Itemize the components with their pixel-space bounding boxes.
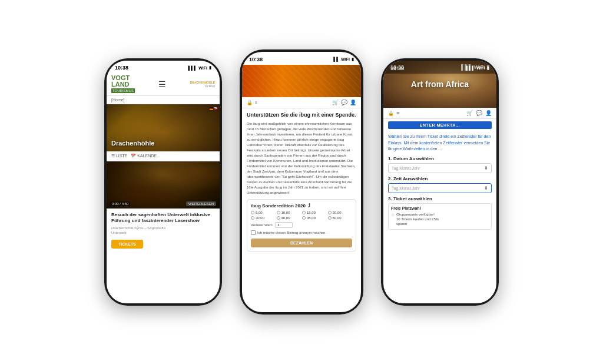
ibug-donation-title: ibug Sonderedition 2020 ⤴ (251, 203, 352, 209)
weiterlesen-btn[interactable]: WEITERLESEN (186, 201, 216, 206)
status-time-1: 10:38 (115, 65, 128, 71)
cart-icon-2[interactable]: 🛒 (332, 100, 339, 105)
ibug-hero-image (242, 65, 361, 97)
ibug-amounts-row2: 30,00 40,00 45,00 50,00 (251, 216, 352, 220)
status-icons-3: ▌▌▌ WiFi ▮ (466, 66, 489, 71)
breadcrumb-1: [Home] (107, 96, 220, 104)
amount-40[interactable]: 40,00 (277, 216, 302, 220)
ibug-nav-icons: 🛒 💬 👤 (332, 100, 356, 105)
user-icon-2[interactable]: 👤 (350, 100, 356, 105)
wifi-icon-2: WiFi (341, 57, 350, 61)
anonym-label: Ich möchte diesen Beitrag anonym machen. (257, 231, 326, 234)
status-bar-3: 10:38 ▌▌▌ WiFi ▮ (383, 61, 496, 74)
amount-10[interactable]: 10,00 (277, 211, 302, 214)
vogtland-header: VOGT LAND TOURISMUS ☰ DRACHENHÖHLE SYRAU (107, 72, 220, 96)
cave-image: 0:00 / 4:50 WEITERLESEN (107, 161, 220, 209)
phone-ibug: 10:38 ▌▌ WiFi ▮ 🔒 ≡ 🛒 💬 👤 (240, 49, 363, 315)
radio-10[interactable] (277, 211, 280, 214)
africa-nav-icons: 🛒 💬 👤 (466, 110, 492, 116)
ibug-anonym-row: Ich möchte diesen Beitrag anonym machen. (251, 230, 352, 235)
share-icon[interactable]: ⤴ (308, 203, 310, 209)
card-sub: Drachenhöhle Syrau – Sagenhafte Unterwel… (111, 226, 215, 236)
section2-title: 2. Zeit Auswählen (388, 176, 492, 181)
vogtland-logo-sub: TOURISMUS (111, 88, 135, 93)
africa-ticket-box: Freie Platzwahl ☆ Gruppenpreis verfügbar… (388, 203, 492, 230)
lock-icon-3: 🔒 (388, 111, 394, 116)
user-icon-3[interactable]: 👤 (485, 110, 492, 116)
vogtland-hero-img: Drachenhöhle 🇩🇪 🇨🇿 (107, 104, 220, 151)
amount-30[interactable]: 30,00 (251, 216, 276, 220)
status-bar-1: 10:38 ▌▌▌ WiFi ▮ (107, 61, 220, 72)
ibug-amounts-row1: 5,00 10,00 15,00 20,00 (251, 211, 352, 214)
ibug-top-bar: 🔒 ≡ 🛒 💬 👤 (242, 97, 361, 108)
date-select[interactable]: Tag.Monat.Jahr ⬍ (388, 163, 492, 173)
message-icon-3[interactable]: 💬 (476, 110, 482, 116)
card-title: Besuch der sagenhaften Unterwelt inklusi… (111, 212, 215, 224)
battery-icon-2: ▮ (352, 57, 354, 62)
amount-50[interactable]: 50,00 (328, 216, 353, 220)
bezahlen-button[interactable]: BEZAHLEN (251, 239, 352, 247)
radio-50[interactable] (328, 216, 332, 220)
signal-icon-3: ▌▌▌ (466, 66, 475, 70)
amount-20[interactable]: 20,00 (328, 211, 353, 214)
battery-icon-1: ▮ (209, 65, 211, 70)
ticket-box-title: Freie Platzwahl (391, 206, 489, 210)
phone-vogtland: 10:38 ▌▌▌ WiFi ▮ VOGT LAND TOURISMUS ☰ D… (104, 58, 222, 306)
ibug-url: ≡ (255, 101, 330, 104)
cart-icon-3[interactable]: 🛒 (466, 110, 473, 116)
ibug-pattern (242, 65, 361, 97)
status-bar-2: 10:38 ▌▌ WiFi ▮ (242, 52, 361, 65)
time-select[interactable]: Tag.Monat.Jahr ⬍ (388, 183, 492, 193)
status-time-2: 10:38 (249, 57, 263, 62)
ticket-group-row: ☆ Gruppenpreis verfügbar!10 Tickets kauf… (391, 212, 489, 227)
time-arrow-icon: ⬍ (484, 186, 488, 191)
message-icon-2[interactable]: 💬 (341, 100, 347, 105)
africa-nav-bar: 🔒 ≡ 🛒 💬 👤 (383, 108, 496, 119)
list-icon[interactable]: ☰ LISTE (111, 154, 127, 158)
radio-30[interactable] (251, 216, 254, 220)
enter-button[interactable]: ENTER MEHRTA... (388, 121, 492, 129)
vogtland-hero: Drachenhöhle 🇩🇪 🇨🇿 (107, 104, 220, 151)
vogtland-card: Besuch der sagenhaften Unterwelt inklusi… (107, 209, 220, 252)
wifi-icon-1: WiFi (198, 66, 207, 70)
section1-title: 1. Datum Auswählen (388, 156, 492, 161)
vogtland-hero-cave-name: Drachenhöhle (111, 140, 154, 147)
vogtland-partner: DRACHENHÖHLE SYRAU (190, 81, 216, 88)
status-icons-2: ▌▌ WiFi ▮ (333, 57, 354, 62)
cave-timer: 0:00 / 4:50 (110, 201, 130, 206)
radio-5[interactable] (251, 211, 254, 214)
amount-15[interactable]: 15,00 (302, 211, 327, 214)
hamburger-icon-3[interactable]: ≡ (396, 110, 399, 116)
cal-icon[interactable]: 📅 KALENDE... (131, 154, 160, 158)
lock-icon-2: 🔒 (247, 100, 253, 105)
radio-45[interactable] (302, 216, 306, 220)
status-time-3: 10:38 (390, 65, 404, 71)
africa-hero-title: Art from Africa (411, 80, 469, 90)
ticket-button[interactable]: TICKETS (111, 240, 143, 249)
time-placeholder: Tag.Monat.Jahr (392, 186, 420, 190)
section3-title: 3. Ticket auswählen (388, 196, 492, 201)
radio-20[interactable] (328, 211, 332, 214)
radio-15[interactable] (302, 211, 306, 214)
flag-icons: 🇩🇪 🇨🇿 (210, 107, 217, 110)
phone-africa: 10:38 ▌▌▌ WiFi ▮ Art from Africa 10:38 ▌… (381, 58, 499, 306)
signal-icon-1: ▌▌▌ (188, 66, 197, 70)
anonym-checkbox[interactable] (251, 230, 256, 235)
signal-icon-2: ▌▌ (333, 57, 339, 61)
vogtland-sub-nav: ☰ LISTE 📅 KALENDE... (107, 151, 220, 161)
hamburger-icon-1[interactable]: ☰ (158, 80, 166, 89)
wifi-icon-3: WiFi (476, 66, 485, 70)
amount-45[interactable]: 45,00 (302, 216, 327, 220)
vogtland-logo: VOGT LAND TOURISMUS (111, 75, 135, 93)
ibug-content: Unterstützen Sie die ibug mit einer Spen… (242, 108, 361, 259)
amount-5[interactable]: 5,00 (251, 211, 276, 214)
ibug-custom-amount: Anderer Wert: (251, 222, 352, 228)
africa-intro-text: Wählen Sie zu Ihrem Ticket direkt ein Ze… (388, 134, 492, 153)
anderer-input[interactable] (275, 222, 293, 228)
ibug-main-title: Unterstützen Sie die ibug mit einer Spen… (247, 112, 356, 119)
date-placeholder: Tag.Monat.Jahr (392, 166, 420, 170)
star-icon: ☆ (391, 212, 395, 218)
radio-40[interactable] (277, 216, 280, 220)
main-scene: 10:38 ▌▌▌ WiFi ▮ VOGT LAND TOURISMUS ☰ D… (0, 0, 603, 364)
ibug-donation-box: ibug Sonderedition 2020 ⤴ 5,00 10,00 (247, 199, 356, 252)
